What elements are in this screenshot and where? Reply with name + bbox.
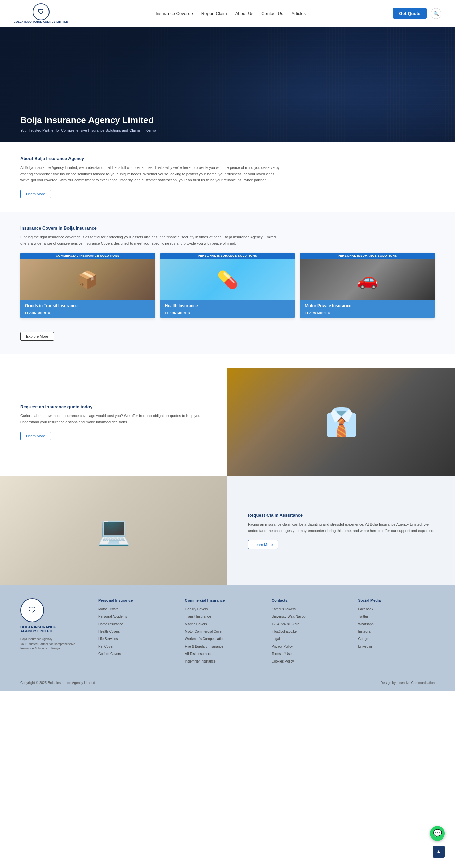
- footer-contacts-list: Kampus Towers University Way, Nairobi +2…: [272, 606, 348, 664]
- claim-title: Request Claim Assistance: [248, 513, 435, 518]
- card-2-title: Health Insurance: [165, 303, 290, 308]
- footer-facebook[interactable]: Facebook: [358, 607, 373, 611]
- footer-legal[interactable]: Legal: [272, 637, 280, 641]
- footer-link-liability[interactable]: Liability Covers: [185, 607, 208, 611]
- about-text: At Bolja Insurance Agency Limited, we un…: [20, 164, 285, 183]
- card-2-link[interactable]: LEARN MORE »: [165, 311, 190, 315]
- footer-link-workmans[interactable]: Workman's Compensation: [185, 637, 225, 641]
- card-3-badge: PERSONAL INSURANCE SOLUTIONS: [300, 253, 435, 259]
- covers-section: Insurance Covers in Bolja Insurance Find…: [0, 212, 455, 354]
- hero-subtitle: Your Trusted Partner for Comprehensive I…: [20, 128, 156, 132]
- card-1-title: Goods in Transit Insurance: [25, 303, 150, 308]
- claim-image-col: 💻: [0, 476, 228, 585]
- chevron-down-icon: ▾: [192, 12, 193, 15]
- footer-instagram[interactable]: Instagram: [358, 630, 373, 633]
- quote-text: Curious about how much insurance coverag…: [20, 413, 207, 425]
- card-1-link[interactable]: LEARN MORE »: [25, 311, 50, 315]
- hero-section: Bolja Insurance Agency Limited Your Trus…: [0, 27, 455, 142]
- explore-more-button[interactable]: Explore More: [20, 332, 54, 341]
- nav-contact-us[interactable]: Contact Us: [261, 11, 283, 16]
- footer-link-indemnity[interactable]: Indemnity Insurance: [185, 659, 216, 663]
- card-3-image: 🚗: [300, 253, 435, 300]
- footer-social: Social Media Facebook Twitter Whatsapp I…: [358, 598, 435, 666]
- footer-copyright: Copyright © 2025 Bolja Insurance Agency …: [20, 681, 95, 685]
- about-section: About Bolja Insurance Agency At Bolja In…: [0, 142, 455, 212]
- footer-google[interactable]: Google: [358, 637, 369, 641]
- quote-title: Request an Insurance quote today: [20, 404, 207, 409]
- card-motor[interactable]: PERSONAL INSURANCE SOLUTIONS 🚗 Motor Pri…: [300, 253, 435, 318]
- card-health[interactable]: PERSONAL INSURANCE SOLUTIONS 💊 Health In…: [160, 253, 295, 318]
- footer-twitter[interactable]: Twitter: [358, 615, 368, 618]
- about-learn-more-button[interactable]: Learn More: [20, 190, 51, 198]
- nav-links: Insurance Covers ▾ Report Claim About Us…: [156, 11, 306, 16]
- footer-cookies[interactable]: Cookies Policy: [272, 659, 294, 663]
- footer-personal-list: Motor Private Personal Accidents Home In…: [98, 606, 175, 656]
- footer-brand: 🛡 BOLJA INSURANCEAGENCY LIMITED Bolja In…: [20, 598, 88, 666]
- footer-link-motor-private[interactable]: Motor Private: [98, 607, 118, 611]
- covers-text: Finding the right insurance coverage is …: [20, 234, 285, 246]
- get-quote-button[interactable]: Get Quote: [393, 8, 427, 19]
- footer-linkedin[interactable]: Linked in: [358, 645, 372, 648]
- claim-image: 💻: [0, 476, 228, 585]
- footer-contacts: Contacts Kampus Towers University Way, N…: [272, 598, 348, 666]
- card-goods-transit[interactable]: COMMERCIAL INSURANCE SOLUTIONS 📦 Goods i…: [20, 253, 155, 318]
- card-1-image: 📦: [20, 253, 155, 300]
- footer-personal-title: Personal Insurance: [98, 598, 175, 603]
- footer-link-home-insurance[interactable]: Home Insurance: [98, 622, 123, 626]
- footer-logo: 🛡: [20, 598, 44, 622]
- footer-email[interactable]: info@bolja.co.ke: [272, 630, 297, 633]
- quote-learn-more-button[interactable]: Learn More: [20, 432, 51, 440]
- footer-contacts-title: Contacts: [272, 598, 348, 603]
- quote-image-col: 👔: [228, 368, 455, 476]
- footer-link-marine[interactable]: Marine Covers: [185, 622, 207, 626]
- hero-title: Bolja Insurance Agency Limited: [20, 115, 156, 125]
- card-3-link[interactable]: LEARN MORE »: [305, 311, 330, 315]
- quote-section: Request an Insurance quote today Curious…: [0, 368, 455, 476]
- footer-link-personal-accidents[interactable]: Personal Accidents: [98, 615, 127, 618]
- claim-text-col: Request Claim Assistance Facing an insur…: [228, 492, 455, 569]
- card-2-image: 💊: [160, 253, 295, 300]
- footer-link-all-risk[interactable]: All-Risk Insurance: [185, 652, 213, 656]
- claim-learn-more-button[interactable]: Learn More: [248, 540, 278, 549]
- footer-social-list: Facebook Twitter Whatsapp Instagram Goog…: [358, 606, 435, 649]
- quote-image: 👔: [228, 368, 455, 476]
- footer-privacy[interactable]: Privacy Policy: [272, 645, 293, 648]
- footer: 🛡 BOLJA INSURANCEAGENCY LIMITED Bolja In…: [0, 585, 455, 691]
- navbar-right: Get Quote 🔍: [393, 8, 441, 19]
- footer-link-health-covers[interactable]: Health Covers: [98, 630, 120, 633]
- footer-link-fire-burglary[interactable]: Fire & Burglary Insurance: [185, 645, 223, 648]
- footer-brand-subtitle: Your Trusted Partner for Comprehensive I…: [20, 642, 88, 651]
- footer-agency-name: Bolja Insurance Agency: [20, 637, 88, 642]
- nav-articles[interactable]: Articles: [291, 11, 306, 16]
- nav-about-us[interactable]: About Us: [235, 11, 253, 16]
- footer-commercial-insurance: Commercial Insurance Liability Covers Tr…: [185, 598, 262, 666]
- footer-commercial-title: Commercial Insurance: [185, 598, 262, 603]
- card-1-badge: COMMERCIAL INSURANCE SOLUTIONS: [20, 253, 155, 259]
- hero-content: Bolja Insurance Agency Limited Your Trus…: [0, 105, 177, 142]
- footer-whatsapp[interactable]: Whatsapp: [358, 622, 374, 626]
- logo[interactable]: 🛡 BOLJA INSURANCE AGENCY LIMITED: [14, 3, 68, 23]
- footer-university-way[interactable]: University Way, Nairobi: [272, 615, 306, 618]
- claim-section: 💻 Request Claim Assistance Facing an ins…: [0, 476, 455, 585]
- card-2-badge: PERSONAL INSURANCE SOLUTIONS: [160, 253, 295, 259]
- logo-text: BOLJA INSURANCE AGENCY LIMITED: [14, 20, 68, 23]
- nav-insurance-covers[interactable]: Insurance Covers ▾: [156, 11, 193, 16]
- card-3-title: Motor Private Insurance: [305, 303, 430, 308]
- footer-link-motor-commercial[interactable]: Motor Commercial Cover: [185, 630, 223, 633]
- footer-link-pet-cover[interactable]: Pet Cover: [98, 645, 113, 648]
- footer-kampus-towers[interactable]: Kampus Towers: [272, 607, 296, 611]
- footer-bottom: Copyright © 2025 Bolja Insurance Agency …: [20, 676, 435, 685]
- footer-terms[interactable]: Terms of Use: [272, 652, 292, 656]
- footer-link-transit[interactable]: Transit Insurance: [185, 615, 211, 618]
- quote-text-col: Request an Insurance quote today Curious…: [0, 384, 228, 460]
- card-3-body: Motor Private Insurance LEARN MORE »: [300, 300, 435, 318]
- nav-report-claim[interactable]: Report Claim: [201, 11, 227, 16]
- footer-link-life-services[interactable]: Life Services: [98, 637, 118, 641]
- covers-title: Insurance Covers in Bolja Insurance: [20, 225, 435, 231]
- footer-link-golfers-covers[interactable]: Golfers Covers: [98, 652, 121, 656]
- search-button[interactable]: 🔍: [431, 8, 441, 19]
- footer-personal-insurance: Personal Insurance Motor Private Persona…: [98, 598, 175, 666]
- claim-text: Facing an insurance claim can be a daunt…: [248, 521, 435, 534]
- footer-phone[interactable]: +254 724 818 892: [272, 622, 299, 626]
- footer-grid: 🛡 BOLJA INSURANCEAGENCY LIMITED Bolja In…: [20, 598, 435, 666]
